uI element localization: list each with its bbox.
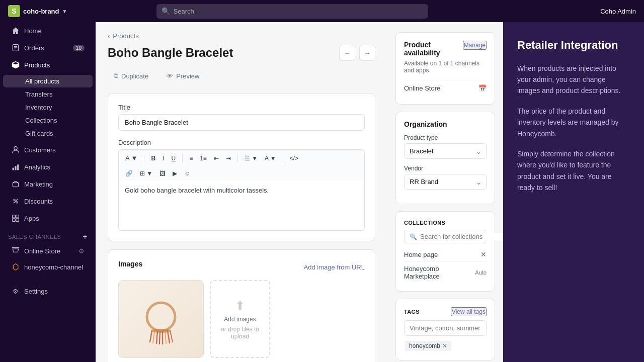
vendor-select[interactable]: RR Brand xyxy=(404,174,487,190)
brand-dropdown-icon[interactable]: ▼ xyxy=(62,9,67,14)
title-label: Title xyxy=(118,104,365,111)
collections-search: 🔍 xyxy=(404,230,487,243)
sidebar-item-apps[interactable]: Apps xyxy=(3,210,93,226)
add-images-placeholder[interactable]: ⬆ Add images or drop files to upload xyxy=(210,280,270,358)
availability-sub: Available on 1 of 1 channels and apps xyxy=(404,60,487,74)
unordered-list-btn[interactable]: ≡ xyxy=(187,153,195,163)
bold-btn[interactable]: B xyxy=(148,153,158,163)
collection-home-remove-btn[interactable]: ✕ xyxy=(480,250,487,258)
page-header: Boho Bangle Bracelet ← → xyxy=(108,45,375,61)
online-store-label: Online Store xyxy=(24,247,60,255)
brand-logo[interactable]: S coho-brand ▼ xyxy=(8,5,67,17)
customers-icon xyxy=(11,145,20,154)
home-icon xyxy=(11,26,20,35)
ordered-list-btn[interactable]: 1≡ xyxy=(197,153,209,163)
vendor-label: Vendor xyxy=(404,165,487,172)
manage-btn[interactable]: Manage xyxy=(463,41,487,50)
next-product-btn[interactable]: → xyxy=(359,45,375,61)
sidebar-item-products[interactable]: Products xyxy=(3,57,93,73)
sidebar-item-gift-cards[interactable]: Gift cards xyxy=(3,127,93,140)
right-panel: Product availability Manage Available on… xyxy=(387,22,503,362)
sidebar-item-all-products[interactable]: All products xyxy=(3,75,93,87)
sidebar-item-honeycomb[interactable]: honeycomb-channel xyxy=(3,259,93,275)
svg-line-22 xyxy=(165,331,166,343)
search-input[interactable] xyxy=(156,4,428,19)
italic-btn[interactable]: I xyxy=(160,153,167,163)
link-btn[interactable]: 🔗 xyxy=(123,168,135,178)
preview-btn[interactable]: 👁 Preview xyxy=(160,69,205,83)
calendar-icon[interactable]: 📅 xyxy=(478,84,487,92)
sidebar-item-online-store[interactable]: Online Store ⚙ xyxy=(3,243,93,258)
sidebar-item-marketing[interactable]: Marketing xyxy=(3,176,93,192)
auto-badge: Auto xyxy=(475,269,487,276)
image-btn[interactable]: 🖼 xyxy=(157,168,168,178)
collection-item-honeycomb: Honeycomb Marketplace Auto xyxy=(404,262,487,283)
info-panel: Retailer Integration When products are i… xyxy=(503,22,644,362)
font-family-btn[interactable]: A ▼ xyxy=(123,153,140,163)
product-type-label: Product type xyxy=(404,134,487,141)
sidebar-item-home[interactable]: Home xyxy=(3,23,93,39)
sidebar-item-analytics[interactable]: Analytics xyxy=(3,159,93,175)
sidebar-item-transfers[interactable]: Transfers xyxy=(3,88,93,101)
add-sales-channel-btn[interactable]: + xyxy=(83,233,88,241)
sidebar-item-settings[interactable]: ⚙ Settings xyxy=(3,283,93,299)
search-bar: 🔍 xyxy=(156,4,428,19)
description-editor[interactable]: Gold boho bangle bracelet with multicolo… xyxy=(118,180,365,231)
underline-btn[interactable]: U xyxy=(169,153,178,163)
upload-icon: ⬆ xyxy=(235,299,245,313)
description-text: Gold boho bangle bracelet with multicolo… xyxy=(125,187,269,194)
collection-item-home: Home page ✕ xyxy=(404,247,487,262)
sidebar-item-collections[interactable]: Collections xyxy=(3,114,93,127)
images-title: Images xyxy=(118,260,142,268)
text-color-btn[interactable]: A ▼ xyxy=(262,153,279,163)
breadcrumb[interactable]: ‹ Products xyxy=(108,32,375,40)
product-type-wrapper: Bracelet xyxy=(404,143,487,159)
topbar: S coho-brand ▼ 🔍 Coho Admin xyxy=(0,0,644,22)
duplicate-btn[interactable]: ⧉ Duplicate xyxy=(108,69,154,83)
preview-label: Preview xyxy=(176,72,199,80)
add-image-url-btn[interactable]: Add image from URL xyxy=(304,263,365,271)
main-content: ‹ Products Boho Bangle Bracelet ← → ⧉ Du… xyxy=(96,22,387,362)
marketing-label: Marketing xyxy=(24,180,53,188)
info-text-1: When products are injected into your adm… xyxy=(517,63,630,97)
product-image[interactable] xyxy=(118,280,204,358)
title-input[interactable] xyxy=(118,114,365,131)
svg-point-16 xyxy=(147,303,175,331)
svg-rect-12 xyxy=(16,215,19,218)
availability-card: Product availability Manage Available on… xyxy=(395,32,495,105)
info-title: Retailer Integration xyxy=(517,38,630,53)
svg-point-4 xyxy=(14,147,17,150)
online-store-icon xyxy=(11,246,20,255)
view-all-tags-btn[interactable]: View all tags xyxy=(451,307,487,316)
indent-right-btn[interactable]: ⇥ xyxy=(223,153,233,163)
indent-left-btn[interactable]: ⇤ xyxy=(211,153,221,163)
honeycomb-label: honeycomb-channel xyxy=(24,263,83,271)
honeycomb-left: honeycomb-channel xyxy=(11,262,83,272)
apps-icon xyxy=(11,214,20,223)
sidebar: Home Orders 10 Products All products Tra… xyxy=(0,22,96,362)
action-row: ⧉ Duplicate 👁 Preview xyxy=(108,69,375,83)
sidebar-item-inventory[interactable]: Inventory xyxy=(3,101,93,114)
images-card: Images Add image from URL xyxy=(108,249,375,362)
description-label: Description xyxy=(118,139,365,146)
product-type-select[interactable]: Bracelet xyxy=(404,143,487,159)
emoji-btn[interactable]: ☺ xyxy=(182,168,193,178)
sidebar-item-orders[interactable]: Orders 10 xyxy=(3,40,93,56)
online-store-settings-icon[interactable]: ⚙ xyxy=(78,247,85,255)
tags-title: TAGS xyxy=(404,309,420,315)
prev-product-btn[interactable]: ← xyxy=(339,45,355,61)
table-btn[interactable]: ⊞ ▼ xyxy=(137,168,155,178)
sidebar-item-customers[interactable]: Customers xyxy=(3,142,93,158)
collections-search-input[interactable] xyxy=(420,233,503,240)
tag-remove-btn[interactable]: ✕ xyxy=(442,343,447,349)
align-btn[interactable]: ☰ ▼ xyxy=(242,153,260,163)
tags-input[interactable] xyxy=(404,320,487,336)
settings-label: Settings xyxy=(24,288,48,295)
video-btn[interactable]: ▶ xyxy=(170,168,180,178)
availability-title: Product availability xyxy=(404,41,463,57)
code-btn[interactable]: </> xyxy=(287,153,301,163)
collections-search-icon: 🔍 xyxy=(410,233,417,240)
sidebar-item-discounts[interactable]: Discounts xyxy=(3,193,93,209)
toolbar-divider-2 xyxy=(182,154,183,162)
products-icon xyxy=(11,60,20,69)
